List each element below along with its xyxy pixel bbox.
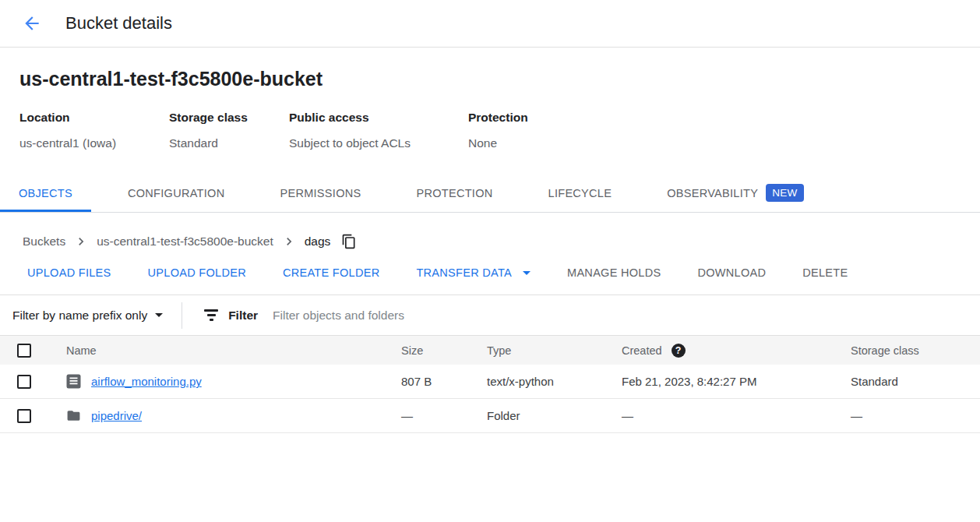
object-name-cell: pipedrive/ — [66, 408, 401, 423]
object-size: 807 B — [401, 375, 487, 388]
back-button[interactable] — [22, 13, 42, 34]
transfer-data-button[interactable]: TRANSFER DATA — [416, 266, 531, 279]
chevron-right-icon — [281, 234, 297, 249]
chevron-right-icon — [73, 234, 89, 249]
column-header-type: Type — [487, 344, 622, 357]
meta-value: us-central1 (Iowa) — [19, 136, 169, 150]
help-icon[interactable]: ? — [672, 344, 686, 358]
tab-label: PERMISSIONS — [280, 187, 361, 199]
object-storage-class: — — [851, 409, 980, 422]
button-label: TRANSFER DATA — [416, 266, 512, 279]
table-row: airflow_monitoring.py 807 B text/x-pytho… — [0, 365, 980, 399]
tab-objects[interactable]: OBJECTS — [19, 174, 72, 212]
meta-label: Storage class — [169, 111, 289, 125]
object-size: — — [401, 409, 487, 422]
object-link[interactable]: airflow_monitoring.py — [91, 375, 202, 388]
bucket-name-heading: us-central1-test-f3c5800e-bucket — [19, 68, 961, 90]
folder-icon — [66, 408, 81, 423]
breadcrumb: Buckets us-central1-test-f3c5800e-bucket… — [0, 213, 980, 249]
button-label: UPLOAD FILES — [27, 266, 111, 279]
column-header-name: Name — [66, 344, 401, 357]
row-checkbox[interactable] — [17, 375, 31, 389]
table-row: pipedrive/ — Folder — — — [0, 399, 980, 433]
meta-value: None — [468, 136, 528, 150]
appbar: Bucket details — [0, 0, 980, 48]
button-label: DOWNLOAD — [697, 266, 766, 279]
meta-protection: Protection None — [468, 111, 528, 150]
back-arrow-icon — [22, 13, 42, 34]
objects-toolbar: UPLOAD FILES UPLOAD FOLDER CREATE FOLDER… — [0, 249, 980, 279]
column-header-created: Created ? — [622, 344, 851, 358]
object-storage-class: Standard — [851, 375, 980, 388]
header-checkbox-cell — [0, 344, 66, 358]
tab-permissions[interactable]: PERMISSIONS — [280, 174, 361, 212]
new-badge: NEW — [766, 184, 803, 202]
objects-table: Name Size Type Created ? Storage class a… — [0, 336, 980, 433]
object-type: text/x-python — [487, 375, 622, 388]
breadcrumb-bucket-name[interactable]: us-central1-test-f3c5800e-bucket — [97, 235, 273, 249]
tab-label: OBJECTS — [19, 187, 72, 199]
create-folder-button[interactable]: CREATE FOLDER — [283, 266, 379, 279]
filter-input[interactable] — [273, 309, 980, 323]
tab-protection[interactable]: PROTECTION — [416, 174, 492, 212]
dropdown-caret-icon — [155, 313, 163, 317]
file-icon — [66, 374, 81, 389]
meta-label: Location — [19, 111, 169, 125]
column-header-storage-class: Storage class — [851, 344, 980, 357]
object-created: Feb 21, 2023, 8:42:27 PM — [622, 375, 851, 388]
row-checkbox-cell — [0, 375, 66, 389]
download-button[interactable]: DOWNLOAD — [697, 266, 766, 279]
filter-scope-dropdown[interactable]: Filter by name prefix only — [12, 309, 163, 323]
table-header-row: Name Size Type Created ? Storage class — [0, 336, 980, 365]
object-created: — — [622, 409, 851, 422]
button-label: DELETE — [802, 266, 848, 279]
upload-folder-button[interactable]: UPLOAD FOLDER — [148, 266, 246, 279]
tab-configuration[interactable]: CONFIGURATION — [128, 174, 224, 212]
column-header-size: Size — [401, 344, 487, 357]
meta-value: Subject to object ACLs — [289, 136, 468, 150]
tab-label: PROTECTION — [416, 187, 492, 199]
object-type: Folder — [487, 409, 622, 422]
button-label: CREATE FOLDER — [283, 266, 379, 279]
meta-location: Location us-central1 (Iowa) — [19, 111, 169, 150]
row-checkbox[interactable] — [17, 409, 31, 423]
delete-button[interactable]: DELETE — [802, 266, 848, 279]
bucket-meta-row: Location us-central1 (Iowa) Storage clas… — [19, 111, 961, 150]
object-name-cell: airflow_monitoring.py — [66, 374, 401, 389]
filter-icon — [204, 309, 218, 321]
tab-label: LIFECYCLE — [548, 187, 612, 199]
page-title: Bucket details — [65, 13, 172, 34]
vertical-divider — [182, 302, 182, 329]
column-header-label: Created — [622, 344, 662, 357]
upload-files-button[interactable]: UPLOAD FILES — [27, 266, 111, 279]
breadcrumb-current-folder: dags — [305, 235, 331, 249]
object-link[interactable]: pipedrive/ — [91, 409, 142, 422]
meta-public-access: Public access Subject to object ACLs — [289, 111, 468, 150]
dropdown-caret-icon — [523, 271, 531, 275]
tab-bar: OBJECTS CONFIGURATION PERMISSIONS PROTEC… — [0, 174, 980, 213]
tab-label: OBSERVABILITY — [667, 187, 758, 199]
breadcrumb-buckets[interactable]: Buckets — [23, 235, 65, 249]
filter-scope-label: Filter by name prefix only — [12, 309, 147, 323]
copy-icon — [341, 234, 357, 249]
meta-label: Public access — [289, 111, 468, 125]
tab-lifecycle[interactable]: LIFECYCLE — [548, 174, 612, 212]
filter-bar: Filter by name prefix only Filter — [0, 295, 980, 336]
button-label: MANAGE HOLDS — [567, 266, 661, 279]
meta-storage-class: Storage class Standard — [169, 111, 289, 150]
tab-label: CONFIGURATION — [128, 187, 224, 199]
select-all-checkbox[interactable] — [17, 344, 31, 358]
manage-holds-button[interactable]: MANAGE HOLDS — [567, 266, 661, 279]
copy-path-button[interactable] — [341, 234, 357, 249]
row-checkbox-cell — [0, 409, 66, 423]
button-label: UPLOAD FOLDER — [148, 266, 246, 279]
filter-label: Filter — [228, 309, 258, 323]
meta-label: Protection — [468, 111, 528, 125]
meta-value: Standard — [169, 136, 289, 150]
tab-observability[interactable]: OBSERVABILITY NEW — [667, 174, 803, 212]
bucket-overview: us-central1-test-f3c5800e-bucket Locatio… — [0, 68, 980, 150]
